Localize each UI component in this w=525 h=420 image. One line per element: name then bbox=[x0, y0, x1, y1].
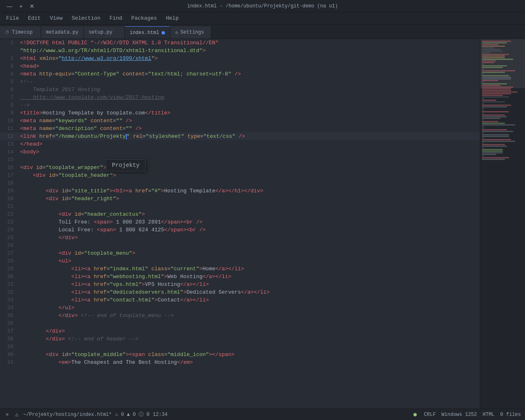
minimize-button[interactable]: — bbox=[4, 2, 15, 10]
tab-setup-label: setup.py bbox=[89, 30, 112, 35]
tab-timecop-label: Timecop bbox=[12, 30, 32, 35]
code-line-27: 27 <div id="tooplate_menu"> bbox=[0, 249, 480, 257]
code-line-9: 9 <title>Hosting Template by tooplate.co… bbox=[0, 109, 480, 117]
autocomplete-popup[interactable]: Projekty bbox=[106, 159, 146, 171]
maximize-button[interactable]: + bbox=[17, 2, 25, 10]
code-line-25: 25 </div> bbox=[0, 234, 480, 242]
code-line-35: 35 </div> <!-- end of tooplate_menu --> bbox=[0, 312, 480, 320]
minimap bbox=[480, 39, 525, 409]
status-files: 0 files bbox=[500, 412, 521, 418]
autocomplete-suggestion[interactable]: Projekty bbox=[112, 162, 139, 169]
code-line-8: 8 --> bbox=[0, 101, 480, 109]
window-title: index.html - /home/ubuntu/Projekty/git-d… bbox=[37, 3, 488, 9]
code-line-18: 18 bbox=[0, 179, 480, 187]
code-line-39: 39 bbox=[0, 343, 480, 351]
status-encoding: CRLF bbox=[424, 412, 436, 418]
status-connected-dot bbox=[413, 413, 417, 416]
code-line-12: 12 <link href="/home/ubuntu/Projekty" re… bbox=[0, 132, 480, 140]
code-line-20: 20 <div id="header_right"> bbox=[0, 195, 480, 203]
tab-settings-label: Settings bbox=[180, 30, 204, 35]
menu-edit[interactable]: Edit bbox=[24, 14, 45, 23]
code-line-2: 2 <html xmlns="http://www.w3.org/1999/xh… bbox=[0, 55, 480, 62]
code-line-3: 3 <head> bbox=[0, 62, 480, 70]
code-line-16: 16 <div id="tooplate_wrapper"> bbox=[0, 164, 480, 171]
tab-bar: ⏱ Timecop metadata.py setup.py index.htm… bbox=[0, 25, 525, 39]
code-line-15: 15 bbox=[0, 156, 480, 164]
code-line-29: 29 <li><a href="index.html" class="curre… bbox=[0, 265, 480, 273]
code-line-17: 17 <div id="tooplate_header"> bbox=[0, 171, 480, 179]
code-line-32: 32 <li><a href="dedicatedservers.html">D… bbox=[0, 288, 480, 296]
code-line-14: 14 <body> bbox=[0, 148, 480, 156]
status-git-branch: ~/Projekty/hosting/index.html* bbox=[23, 412, 112, 418]
code-line-22: 22 <div id="header_contactus"> bbox=[0, 210, 480, 218]
status-expand-button[interactable]: △ bbox=[14, 411, 20, 418]
status-left: ✕ △ ~/Projekty/hosting/index.html* ⚠ 0 ▲… bbox=[4, 411, 168, 418]
title-bar: — + ✕ index.html - /home/ubuntu/Projekty… bbox=[0, 0, 525, 12]
tab-index-label: index.html bbox=[130, 30, 159, 36]
menu-packages[interactable]: Packages bbox=[127, 14, 161, 23]
code-line-34: 34 </ul> bbox=[0, 304, 480, 312]
code-line-1b: "http://www.w3.org/TR/xhtml1/DTD/xhtml1-… bbox=[0, 47, 480, 55]
code-line-24: 24 Local Free: <span> 1 800 624 4125</sp… bbox=[0, 226, 480, 234]
code-line-26: 26 bbox=[0, 242, 480, 249]
menu-help[interactable]: Help bbox=[162, 14, 183, 23]
code-line-13: 13 </head> bbox=[0, 140, 480, 148]
status-line-ending: Windows 1252 bbox=[441, 412, 477, 418]
code-line-11: 11 <meta name="description" content="" /… bbox=[0, 125, 480, 132]
code-line-10: 10 <meta name="keywords" content="" /> bbox=[0, 117, 480, 125]
code-line-21: 21 bbox=[0, 203, 480, 210]
minimap-content bbox=[480, 39, 525, 409]
tab-setup[interactable]: setup.py bbox=[84, 26, 125, 39]
status-right: CRLF Windows 1252 HTML 0 files bbox=[413, 412, 521, 418]
tab-settings[interactable]: ⚙ Settings bbox=[170, 26, 211, 39]
code-line-4: 4 <meta http-equiv="Content-Type" conten… bbox=[0, 70, 480, 78]
settings-icon: ⚙ bbox=[175, 30, 178, 35]
code-line-7: 7 http://www.tooplate.com/view/2017-host… bbox=[0, 94, 480, 101]
code-line-5: 5 <!-- bbox=[0, 78, 480, 86]
menu-view[interactable]: View bbox=[46, 14, 66, 23]
menu-find[interactable]: Find bbox=[105, 14, 126, 23]
main-layout: 1 <!DOCTYPE html PUBLIC "-//W3C//DTD XHT… bbox=[0, 39, 525, 409]
timecop-icon: ⏱ bbox=[5, 30, 9, 35]
tab-modified-dot bbox=[162, 31, 165, 34]
tab-metadata[interactable]: metadata.py bbox=[41, 26, 84, 39]
code-line-30: 30 <li><a href="webhosting.html">Web Hos… bbox=[0, 273, 480, 281]
code-line-37: 37 </div> bbox=[0, 327, 480, 335]
menu-bar: File Edit View Selection Find Packages H… bbox=[0, 12, 525, 25]
code-line-23: 23 Toll Free: <span> 1 800 203 2891</spa… bbox=[0, 218, 480, 226]
code-line-28: 28 <ul> bbox=[0, 257, 480, 265]
tab-timecop[interactable]: ⏱ Timecop bbox=[0, 26, 41, 39]
code-line-31: 31 <li><a href="vps.html">VPS Hosting</a… bbox=[0, 281, 480, 288]
status-errors: ⚠ 0 ▲ 0 ⓘ 0 bbox=[115, 411, 150, 418]
status-language: HTML bbox=[483, 412, 495, 418]
code-line-19: 19 <div id="site_title"><h1><a href="#">… bbox=[0, 187, 480, 195]
menu-file[interactable]: File bbox=[2, 14, 23, 23]
close-button[interactable]: ✕ bbox=[27, 2, 37, 10]
tab-index[interactable]: index.html bbox=[125, 26, 170, 39]
code-editor[interactable]: 1 <!DOCTYPE html PUBLIC "-//W3C//DTD XHT… bbox=[0, 39, 480, 409]
code-line-33: 33 <li><a href="contact.html">Contact</a… bbox=[0, 296, 480, 304]
status-bar: ✕ △ ~/Projekty/hosting/index.html* ⚠ 0 ▲… bbox=[0, 409, 525, 420]
tab-metadata-label: metadata.py bbox=[46, 30, 78, 35]
code-line-1: 1 <!DOCTYPE html PUBLIC "-//W3C//DTD XHT… bbox=[0, 39, 480, 47]
window-controls[interactable]: — + ✕ bbox=[4, 2, 37, 10]
code-line-36: 36 bbox=[0, 320, 480, 327]
code-line-41: 41 <em>The Cheapest and The Best Hosting… bbox=[0, 358, 480, 366]
code-line-6: 6 Template 2017 Hosting bbox=[0, 86, 480, 94]
status-time: 12:34 bbox=[153, 412, 168, 418]
status-close-button[interactable]: ✕ bbox=[4, 411, 10, 418]
code-line-40: 40 <div id="tooplate_middle"><span class… bbox=[0, 351, 480, 358]
menu-selection[interactable]: Selection bbox=[68, 14, 105, 23]
code-line-38: 38 </div> <!-- end of header --> bbox=[0, 335, 480, 343]
